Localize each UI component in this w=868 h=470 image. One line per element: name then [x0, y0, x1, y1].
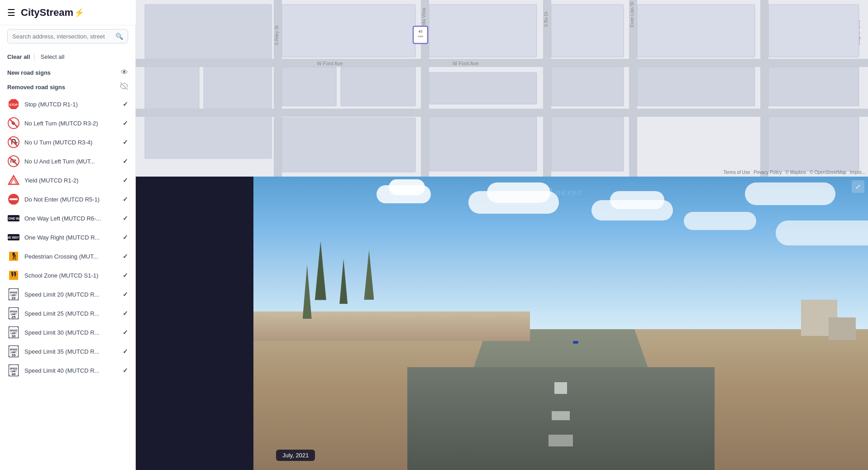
pedestrian-label: Pedestrian Crossing (MUT...	[24, 253, 118, 260]
speed-20-icon: SPEED LIMIT 20	[7, 288, 20, 301]
do-not-enter-check: ✓	[123, 196, 128, 203]
clear-all-button[interactable]: Clear all	[7, 52, 30, 62]
logo-text: CityStream	[21, 7, 73, 19]
svg-text:45: 45	[419, 29, 423, 34]
sign-item-speed-25[interactable]: SPEED LIMIT 25 Speed Limit 25 (MUTCD R..…	[0, 304, 135, 323]
school-zone-icon	[7, 269, 20, 282]
svg-rect-76	[768, 117, 859, 171]
svg-marker-9	[9, 176, 19, 184]
speed-35-check: ✓	[123, 348, 128, 355]
no-u-left-label: No U And Left Turn (MUT...	[24, 158, 118, 165]
svg-rect-69	[551, 5, 624, 57]
app-logo: CityStream⚡	[21, 7, 84, 19]
logo-bolt: ⚡	[74, 8, 84, 18]
svg-rect-66	[429, 5, 537, 57]
removed-road-signs-label: Removed road signs	[7, 84, 65, 91]
speed-30-icon: SPEED LIMIT 30	[7, 326, 20, 339]
svg-text:ONE WAY →: ONE WAY →	[8, 236, 19, 239]
speed-40-label: Speed Limit 40 (MUTCD R...	[24, 367, 118, 374]
yield-icon	[7, 174, 20, 187]
sign-item-speed-40[interactable]: SPEED LIMIT 40 Speed Limit 40 (MUTCD R..…	[0, 361, 135, 380]
svg-text:25: 25	[12, 315, 16, 319]
svg-rect-71	[551, 117, 624, 171]
sign-item-one-way-left[interactable]: ← ONE WAY One Way Left (MUTCD R6-... ✓	[0, 209, 135, 228]
school-zone-label: School Zone (MUTCD S1-1)	[24, 272, 118, 279]
speed-25-label: Speed Limit 25 (MUTCD R...	[24, 310, 118, 317]
app-header: ☰ CityStream⚡	[0, 0, 136, 25]
svg-text:N: N	[544, 191, 547, 195]
svg-rect-67	[429, 72, 537, 104]
streetview-dark-panel	[136, 177, 253, 470]
yield-check: ✓	[123, 177, 128, 184]
svg-rect-12	[10, 198, 18, 200]
stop-sign-label: Stop (MUTCD R1-1)	[24, 101, 118, 108]
pedestrian-check: ✓	[123, 253, 128, 260]
school-zone-check: ✓	[123, 272, 128, 279]
search-input[interactable]	[12, 33, 112, 40]
svg-rect-70	[551, 67, 624, 106]
no-u-left-check: ✓	[123, 158, 128, 165]
terms-of-use-link[interactable]: Terms of Use	[723, 170, 750, 175]
sign-item-one-way-right[interactable]: ONE WAY → One Way Right (MUTCD R... ✓	[0, 228, 135, 247]
svg-point-21	[14, 272, 16, 273]
removed-road-signs-category: Removed road signs	[0, 79, 135, 95]
speed-25-check: ✓	[123, 310, 128, 317]
speed-30-check: ✓	[123, 329, 128, 336]
streetview-area: N nexen July, 2021 ⤢	[136, 177, 868, 470]
svg-rect-75	[768, 67, 859, 106]
sign-item-no-u-left[interactable]: No U And Left Turn (MUT... ✓	[0, 152, 135, 171]
search-box[interactable]: 🔍	[7, 29, 128, 43]
privacy-policy-link[interactable]: Privacy Policy	[754, 170, 782, 175]
sign-item-speed-35[interactable]: SPEED LIMIT 35 Speed Limit 35 (MUTCD R..…	[0, 342, 135, 361]
sign-item-speed-30[interactable]: SPEED LIMIT 30 Speed Limit 30 (MUTCD R..…	[0, 323, 135, 342]
speed-30-label: Speed Limit 30 (MUTCD R...	[24, 329, 118, 336]
vertical-divider	[34, 53, 34, 61]
svg-text:20: 20	[12, 296, 16, 300]
no-u-left-icon	[7, 155, 20, 168]
svg-rect-73	[637, 67, 755, 106]
speed-40-check: ✓	[123, 367, 128, 374]
svg-text:35: 35	[12, 353, 16, 357]
mapbox-credit: © Mapbox	[786, 170, 806, 175]
removed-signs-visibility-toggle[interactable]	[120, 82, 128, 92]
svg-rect-65	[282, 118, 415, 172]
sign-item-no-u-turn[interactable]: No U Turn (MUTCD R3-4) ✓	[0, 133, 135, 152]
svg-text:S Bo Dr: S Bo Dr	[544, 11, 548, 27]
svg-rect-74	[768, 5, 859, 57]
sign-item-stop[interactable]: STOP Stop (MUTCD R1-1) ✓	[0, 95, 135, 114]
svg-marker-19	[9, 271, 18, 280]
do-not-enter-icon	[7, 193, 20, 206]
sign-item-do-not-enter[interactable]: Do Not Enter (MUTCD R5-1) ✓	[0, 190, 135, 209]
select-all-button[interactable]: Select all	[38, 52, 67, 62]
new-signs-visibility-toggle[interactable]: 👁	[121, 68, 128, 77]
svg-text:← ONE WAY: ← ONE WAY	[8, 217, 19, 220]
svg-rect-63	[282, 67, 336, 106]
controls-row: Clear all Select all	[0, 47, 135, 66]
svg-text:mph: mph	[418, 35, 423, 38]
sidebar: ☰ CityStream⚡ 🔍 Clear all Select all New…	[0, 0, 136, 470]
expand-button[interactable]: ⤢	[852, 180, 864, 193]
svg-rect-68	[429, 117, 537, 171]
one-way-left-label: One Way Left (MUTCD R6-...	[24, 215, 118, 222]
menu-icon[interactable]: ☰	[7, 7, 15, 18]
map-area[interactable]: W Ford Ave W Ford Ave S Riley St S Bonit…	[136, 0, 868, 177]
sign-item-school-zone[interactable]: School Zone (MUTCD S1-1) ✓	[0, 266, 135, 285]
sign-item-no-left-turn[interactable]: No Left Turn (MUTCD R3-2) ✓	[0, 114, 135, 133]
date-badge: July, 2021	[276, 450, 315, 461]
openstreetmap-credit: © OpenStreetMap	[810, 170, 846, 175]
search-icon: 🔍	[115, 33, 123, 40]
sign-item-speed-20[interactable]: SPEED LIMIT 20 Speed Limit 20 (MUTCD R..…	[0, 285, 135, 304]
pedestrian-crossing-icon	[7, 250, 20, 263]
svg-rect-44	[145, 63, 199, 109]
stop-check: ✓	[123, 101, 128, 108]
svg-rect-64	[341, 67, 415, 106]
stop-sign-icon: STOP	[7, 98, 20, 110]
date-text: July, 2021	[282, 452, 309, 459]
nexen-watermark: N nexen	[539, 186, 582, 199]
improve-map-link[interactable]: Impro...	[850, 170, 865, 175]
sign-item-yield[interactable]: Yield (MUTCD R1-2) ✓	[0, 171, 135, 190]
sign-item-pedestrian[interactable]: Pedestrian Crossing (MUT... ✓	[0, 247, 135, 266]
one-way-left-icon: ← ONE WAY	[7, 212, 20, 225]
no-left-turn-label: No Left Turn (MUTCD R3-2)	[24, 120, 118, 127]
speed-35-icon: SPEED LIMIT 35	[7, 345, 20, 358]
